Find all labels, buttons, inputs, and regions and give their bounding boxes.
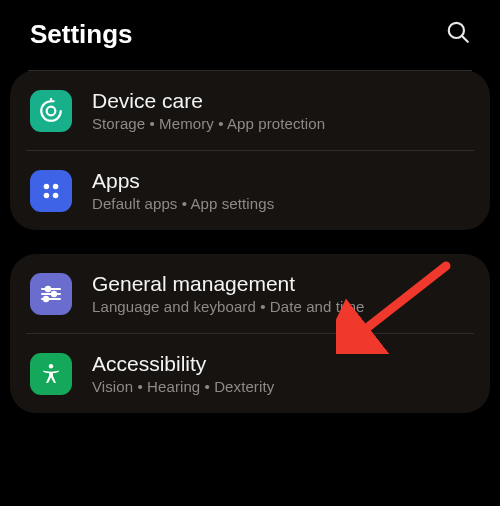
settings-item-accessibility[interactable]: Accessibility Vision • Hearing • Dexteri… — [26, 333, 474, 413]
svg-point-3 — [44, 183, 50, 189]
sliders-icon — [30, 273, 72, 315]
settings-group: Device care Storage • Memory • App prote… — [10, 70, 490, 230]
settings-item-text: General management Language and keyboard… — [92, 272, 364, 315]
accessibility-icon — [30, 353, 72, 395]
settings-item-subtitle: Default apps • App settings — [92, 195, 274, 212]
settings-item-text: Apps Default apps • App settings — [92, 169, 274, 212]
settings-item-title: Accessibility — [92, 352, 274, 376]
settings-item-subtitle: Vision • Hearing • Dexterity — [92, 378, 274, 395]
search-icon — [445, 19, 471, 49]
page-title: Settings — [30, 19, 133, 50]
device-care-icon — [30, 90, 72, 132]
settings-item-title: General management — [92, 272, 364, 296]
svg-point-13 — [49, 364, 53, 368]
settings-group: General management Language and keyboard… — [10, 254, 490, 413]
settings-item-subtitle: Storage • Memory • App protection — [92, 115, 325, 132]
settings-item-text: Device care Storage • Memory • App prote… — [92, 89, 325, 132]
settings-item-title: Device care — [92, 89, 325, 113]
settings-header: Settings — [0, 0, 500, 62]
apps-icon — [30, 170, 72, 212]
svg-point-2 — [47, 106, 56, 115]
settings-item-device-care[interactable]: Device care Storage • Memory • App prote… — [26, 71, 474, 150]
svg-point-10 — [52, 291, 56, 295]
svg-point-5 — [44, 192, 50, 198]
svg-line-1 — [462, 36, 468, 42]
svg-point-6 — [53, 192, 59, 198]
settings-item-subtitle: Language and keyboard • Date and time — [92, 298, 364, 315]
settings-item-title: Apps — [92, 169, 274, 193]
search-button[interactable] — [440, 16, 476, 52]
settings-item-text: Accessibility Vision • Hearing • Dexteri… — [92, 352, 274, 395]
svg-point-4 — [53, 183, 59, 189]
settings-item-apps[interactable]: Apps Default apps • App settings — [26, 150, 474, 230]
settings-item-general-management[interactable]: General management Language and keyboard… — [26, 254, 474, 333]
svg-point-12 — [44, 296, 48, 300]
svg-point-8 — [46, 286, 50, 290]
